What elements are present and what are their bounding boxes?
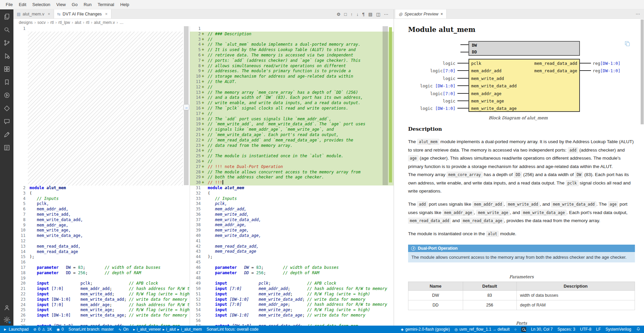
code-line[interactable]: 1 <box>13 26 190 32</box>
breadcrumb-item[interactable]: rtl <box>86 20 89 25</box>
statusbar-language-mode[interactable]: SystemVerilog <box>605 327 631 332</box>
code-line[interactable]: 17 parameter DW = 83; // width of data b… <box>13 265 190 270</box>
code-line[interactable]: 33 // Inputs <box>190 196 394 202</box>
code-line[interactable]: 26+// <box>190 159 394 164</box>
extensions-icon[interactable] <box>3 65 11 73</box>
edit-icon[interactable] <box>3 130 11 138</box>
run-and-debug-icon[interactable] <box>3 52 11 60</box>
code-line[interactable]: 30+// !!! <box>190 180 394 185</box>
split-editor-icon[interactable]: ◫ <box>376 12 380 17</box>
code-line[interactable]: 3+// <box>190 37 394 42</box>
tab-specador-preview[interactable]: ◎ Specador Preview × <box>395 9 447 18</box>
bookmarks-icon[interactable] <box>3 78 11 86</box>
code-line[interactable]: 51 input mem_write_add; // R/W flag (wri… <box>190 292 394 297</box>
code-line[interactable]: 15); <box>13 254 190 260</box>
more-actions-icon[interactable]: ⋯ <box>384 12 388 17</box>
statusbar-notifications[interactable] <box>636 327 641 332</box>
diff-modified-pane[interactable]: 12+// ### Description3+//4+// The `alut_… <box>190 26 394 326</box>
breadcrumb-item[interactable]: designs <box>19 20 33 25</box>
diff-revert-arrow-icon[interactable]: → <box>183 104 189 110</box>
open-preview-icon[interactable]: ▤ <box>368 12 372 17</box>
code-line[interactable]: 5 pclk, <box>13 201 190 207</box>
diff-settings-icon[interactable]: ⚙ <box>337 12 341 17</box>
code-line[interactable]: 47 parameter DD = 256; // depth of RAM <box>190 270 394 276</box>
code-line[interactable]: 2module alut_mem <box>13 185 190 191</box>
statusbar-encoding[interactable]: UTF-8 <box>580 327 591 332</box>
code-line[interactable]: 13+// The memory array `mem_core_array` … <box>190 90 394 95</box>
code-line[interactable]: 54 input mem_write_age; // R/W flag (wri… <box>190 307 394 313</box>
code-line[interactable]: 7+// ports: `add` (address checker) and … <box>190 58 394 64</box>
code-line[interactable]: 18 parameter DD = 256; // depth of RAM <box>13 270 190 276</box>
code-line[interactable]: 20+// signals like `mem_addr_age`, `mem_… <box>190 127 394 132</box>
breadcrumb-item[interactable]: alut_mem.v <box>94 20 115 25</box>
code-line[interactable]: 23+// data read from the memory array. <box>190 143 394 149</box>
code-line[interactable]: 19 <box>13 276 190 281</box>
code-line[interactable]: 36 mem_write_add, <box>190 212 394 217</box>
code-line[interactable]: 43 mem_read_data_age <box>190 249 394 254</box>
code-line[interactable]: 17+// <box>190 111 394 117</box>
code-line[interactable]: 8+// allows simultaneous read/write oper… <box>190 64 394 69</box>
code-line[interactable]: 10 mem_write_age, <box>13 228 190 233</box>
code-line[interactable]: 41 <box>190 239 394 244</box>
code-line[interactable]: 20 input pclk; // APB clock <box>13 281 190 286</box>
code-line[interactable]: 27 <box>13 318 190 324</box>
statusbar-build-config[interactable]: ◎uvm_ref_flow_1.1 → default <box>455 327 510 332</box>
statusbar-sonarlint-focus[interactable]: SonarLint focus: overall code <box>206 327 258 332</box>
code-line[interactable]: 37 mem_write_data_add, <box>190 217 394 223</box>
statusbar-launchpad[interactable]: ►Launchpad <box>3 327 29 332</box>
code-line[interactable]: 27+// !!! note Dual-Port Operation <box>190 164 394 170</box>
code-line[interactable]: 35 mem_addr_add, <box>190 207 394 212</box>
inline-view-icon[interactable]: □ <box>344 12 347 17</box>
breadcrumb-item[interactable]: rtl <box>50 20 54 25</box>
statusbar-indicator[interactable]: ○ <box>514 327 517 331</box>
code-line[interactable]: 21+// `mem_write_data_age`. Each port's … <box>190 132 394 138</box>
code-line[interactable]: 49 input pclk; // APB clock <box>190 281 394 286</box>
code-line[interactable]: 25+// The module is instantiated once in… <box>190 154 394 159</box>
code-line[interactable]: 14 mem_read_data_age <box>13 249 190 255</box>
code-line[interactable]: 22 input mem_write_add; // R/W flag (wri… <box>13 292 190 297</box>
comments-icon[interactable] <box>3 117 11 125</box>
code-line[interactable]: 53 input [7:0] mem_addr_age; // hash add… <box>190 302 394 307</box>
previous-change-icon[interactable]: ↑ <box>350 12 353 17</box>
code-line[interactable]: 23 input [DW-1:0] mem_write_data_add; //… <box>13 297 190 302</box>
tab-dvt-ai-file-changes[interactable]: ⇆DVT AI File Changes× <box>54 9 111 18</box>
code-line[interactable]: 45 <box>190 260 394 265</box>
settings-icon[interactable] <box>3 316 11 324</box>
render-whitespace-icon[interactable]: ¶ <box>362 12 364 17</box>
code-line[interactable]: 40 mem_write_data_age, <box>190 233 394 239</box>
code-line[interactable]: 12 <box>13 239 190 244</box>
statusbar-ai-model[interactable]: ◈gemini-2.0-flash (google) <box>401 327 450 332</box>
code-line[interactable]: 10+// storage mechanism for address and … <box>190 74 394 79</box>
code-line[interactable]: 24+// <box>190 148 394 154</box>
source-control-icon[interactable] <box>3 39 11 47</box>
accounts-icon[interactable] <box>3 303 11 311</box>
diff-original-pane[interactable]: 12module alut_mem3(4 // Inputs5 pclk,6 m… <box>13 26 190 326</box>
code-line[interactable]: 11 mem_write_data_age, <box>13 233 190 239</box>
code-line[interactable]: 6+// retrieve data. The memory is access… <box>190 53 394 58</box>
tab-alut_mem[interactable]: ▤alut_mem.v× <box>13 9 54 18</box>
code-line[interactable]: 6 mem_addr_add, <box>13 207 190 212</box>
preview-scrollbar[interactable] <box>641 19 644 124</box>
code-line[interactable]: 25 input mem_write_age; // R/W flag (wri… <box>13 307 190 313</box>
statusbar-indentation[interactable]: Spaces: 3 <box>557 327 575 332</box>
statusbar-dvt-status[interactable]: ∿On <box>118 327 129 332</box>
breadcrumb-item[interactable]: alut <box>75 20 81 25</box>
code-line[interactable]: 34 pclk, <box>190 201 394 207</box>
statusbar-sonarlint-branch[interactable]: SonarLint branch: master <box>68 327 114 332</box>
code-line[interactable]: 44); <box>190 254 394 260</box>
code-line[interactable]: 13 mem_read_data_add, <box>13 244 190 249</box>
code-line[interactable]: 9 mem_addr_age, <box>13 223 190 228</box>
test-explorer-icon[interactable] <box>3 91 11 99</box>
next-change-icon[interactable]: ↓ <box>356 12 359 17</box>
menu-terminal[interactable]: Terminal <box>95 0 117 9</box>
code-line[interactable]: 24 input [7:0] mem_addr_age; // hash add… <box>13 302 190 308</box>
code-line[interactable]: 8 mem_write_data_add, <box>13 217 190 223</box>
menu-selection[interactable]: Selection <box>29 0 53 9</box>
code-line[interactable]: 4+// The `alut_mem` module implements a … <box>190 42 394 47</box>
code-line[interactable]: 3( <box>13 191 190 196</box>
statusbar-sonar-search[interactable] <box>521 327 526 332</box>
code-line[interactable]: 11+// the ALUT. <box>190 79 394 85</box>
close-icon[interactable]: × <box>48 11 50 16</box>
menu-file[interactable]: File <box>3 0 16 9</box>
code-line[interactable]: 18+// The `add` port uses signals like `… <box>190 117 394 122</box>
